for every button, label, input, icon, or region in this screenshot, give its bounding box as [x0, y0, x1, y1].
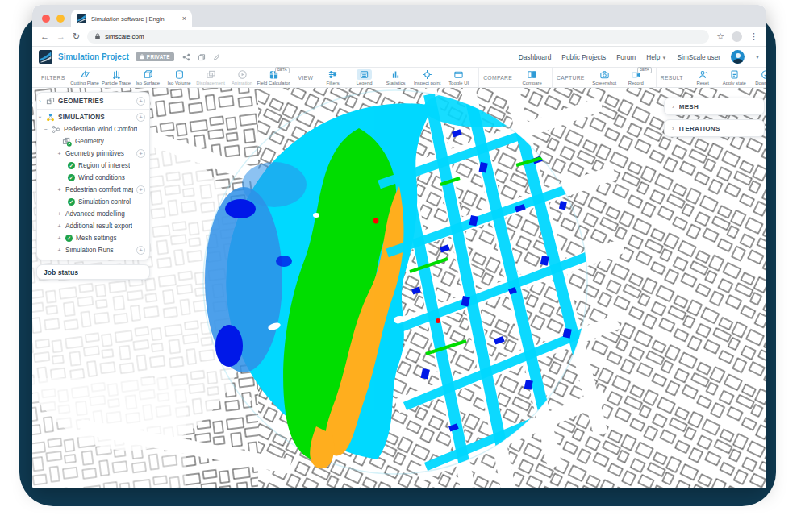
screenshot-stage: Simulation software | Engin × ← → ↻ sims…	[0, 0, 801, 532]
add-primitive-button[interactable]: +	[136, 149, 145, 158]
job-status-label: Job status	[44, 268, 78, 276]
group-label: RESULT	[661, 75, 683, 81]
mesh-panel[interactable]: › MESH	[664, 98, 765, 115]
tree-item-region-of-interest[interactable]: ✓ Region of interest	[37, 160, 149, 172]
toolbar-button-particle-trace[interactable]: Particle Trace	[101, 68, 132, 87]
collapse-icon[interactable]: −	[43, 127, 48, 132]
bookmark-star-icon[interactable]: ☆	[716, 32, 724, 41]
nav-help[interactable]: Help ▼	[646, 53, 666, 61]
share-icon[interactable]	[182, 53, 190, 61]
tree-item-advanced-modelling[interactable]: + Advanced modelling	[37, 208, 149, 220]
forward-icon[interactable]: →	[56, 32, 65, 41]
private-badge-label: PRIVATE	[147, 54, 170, 60]
toolbar-button-displacement: Displacement	[195, 68, 227, 87]
toolbar-button-iso-surface[interactable]: Iso Surface	[132, 68, 164, 87]
chevron-right-icon[interactable]: ›	[37, 98, 43, 104]
back-icon[interactable]: ←	[40, 32, 49, 41]
map-viewport[interactable]: › GEOMETRIES + › SIMULATIONS + − Pedestr…	[32, 88, 766, 488]
filters-icon	[325, 69, 340, 80]
expand-icon[interactable]: +	[56, 235, 62, 241]
job-status-panel[interactable]: Job status	[36, 264, 150, 280]
tree-item-pedestrian-comfort-map[interactable]: + Pedestrian comfort map +	[37, 184, 149, 196]
check-icon: ✓	[68, 174, 75, 181]
tree-item-simulation-control[interactable]: ✓ Simulation control	[37, 196, 149, 208]
toolbar-button-reset[interactable]: Reset	[687, 68, 719, 87]
toolbar-group-filters: FILTERS Cutting Plane Particle Trace Iso…	[37, 68, 294, 87]
reload-icon[interactable]: ↻	[73, 32, 80, 41]
check-icon: ✓	[68, 162, 75, 169]
url-text: simscale.com	[105, 33, 144, 40]
add-run-button[interactable]: +	[136, 246, 145, 255]
toolbar-button-filters[interactable]: Filters	[317, 68, 348, 87]
toolbar-button-field-calculator[interactable]: BETA Field Calculator	[258, 68, 290, 87]
tree-item-additional-result-export[interactable]: + Additional result export	[37, 220, 149, 232]
add-comfort-map-button[interactable]: +	[136, 185, 145, 194]
toolbar-group-capture: CAPTURE Screenshot BETA Record	[553, 68, 657, 87]
toolbar-button-inspect-point[interactable]: Inspect point	[411, 68, 443, 87]
chevron-right-icon[interactable]: ›	[672, 125, 674, 132]
nav-username[interactable]: SimScale user	[678, 53, 721, 61]
toolbar-button-statistics[interactable]: Statistics	[380, 68, 411, 87]
tree-item-geometry[interactable]: Geometry	[37, 135, 149, 148]
tree-item-wind-conditions[interactable]: ✓ Wind conditions	[37, 172, 149, 184]
url-field[interactable]: simscale.com	[87, 30, 709, 44]
beta-badge: BETA	[275, 67, 290, 73]
toolbar-button-toggle-ui[interactable]: Toggle UI	[443, 68, 474, 87]
expand-icon[interactable]: +	[56, 247, 62, 253]
browser-menu-icon[interactable]: ⋮	[749, 32, 758, 41]
tree-item-pedestrian-wind-comfort[interactable]: − Pedestrian Wind Comfort	[37, 123, 149, 135]
expand-icon[interactable]: +	[56, 211, 62, 217]
lock-icon	[94, 33, 101, 40]
toolbar-button-cutting-plane[interactable]: Cutting Plane	[69, 68, 101, 87]
simulations-icon	[46, 113, 55, 122]
inspect-point-icon	[419, 69, 435, 80]
divider	[37, 109, 149, 110]
nav-dashboard[interactable]: Dashboard	[519, 53, 552, 61]
group-label: CAPTURE	[557, 75, 585, 81]
reset-icon	[695, 69, 711, 80]
chevron-down-icon[interactable]: ›	[37, 114, 43, 120]
add-simulation-button[interactable]: +	[136, 113, 145, 122]
minimize-window-button[interactable]	[56, 15, 65, 23]
toggle-ui-icon	[451, 69, 466, 80]
toolbar-button-screenshot[interactable]: Screenshot	[589, 68, 620, 87]
tree-item-geometries[interactable]: › GEOMETRIES +	[37, 95, 149, 107]
simscale-logo	[39, 50, 52, 64]
user-avatar[interactable]	[731, 50, 745, 64]
mesh-panel-label: MESH	[679, 103, 699, 110]
toolbar-group-view: VIEW Filters Legend Statistics Inspect p…	[294, 68, 480, 87]
expand-icon[interactable]: +	[56, 151, 62, 156]
particle-trace-icon	[109, 69, 124, 80]
expand-icon[interactable]: +	[56, 187, 62, 193]
browser-tab[interactable]: Simulation software | Engin ×	[71, 10, 192, 27]
wind-comfort-icon	[52, 125, 60, 134]
toolbar-button-apply-state[interactable]: Apply state	[719, 68, 750, 87]
tab-close-icon[interactable]: ×	[182, 15, 186, 23]
nav-public-projects[interactable]: Public Projects	[561, 53, 606, 61]
toolbar-button-legend[interactable]: Legend	[348, 68, 380, 87]
duplicate-icon[interactable]	[198, 53, 206, 61]
edit-pencil-icon[interactable]	[213, 53, 221, 61]
iterations-panel-label: ITERATIONS	[679, 125, 720, 132]
browser-tab-strip: Simulation software | Engin ×	[32, 5, 766, 27]
chevron-right-icon[interactable]: ›	[672, 103, 674, 110]
project-title[interactable]: Simulation Project	[58, 52, 129, 61]
lock-icon	[140, 54, 144, 60]
tree-item-mesh-settings[interactable]: + ✓ Mesh settings	[37, 232, 149, 244]
account-chevron-down-icon[interactable]: ▼	[755, 55, 760, 60]
tree-item-simulation-runs[interactable]: + Simulation Runs +	[37, 244, 149, 256]
browser-profile-avatar[interactable]	[732, 31, 742, 42]
toolbar-button-iso-volume[interactable]: Iso Volume	[164, 68, 195, 87]
toolbar-button-compare[interactable]: Compare	[516, 68, 548, 87]
legend-icon	[357, 69, 372, 80]
toolbar-button-download[interactable]: Download	[750, 68, 766, 87]
toolbar-button-record[interactable]: BETA Record	[620, 68, 652, 87]
tree-item-geometry-primitives[interactable]: + Geometry primitives +	[37, 148, 149, 160]
close-window-button[interactable]	[42, 15, 50, 23]
tree-item-simulations[interactable]: › SIMULATIONS +	[37, 111, 149, 123]
compare-icon	[524, 69, 540, 80]
iterations-panel[interactable]: › ITERATIONS	[664, 119, 765, 137]
expand-icon[interactable]: +	[56, 223, 62, 229]
nav-forum[interactable]: Forum	[616, 53, 636, 61]
add-geometry-button[interactable]: +	[136, 97, 145, 106]
